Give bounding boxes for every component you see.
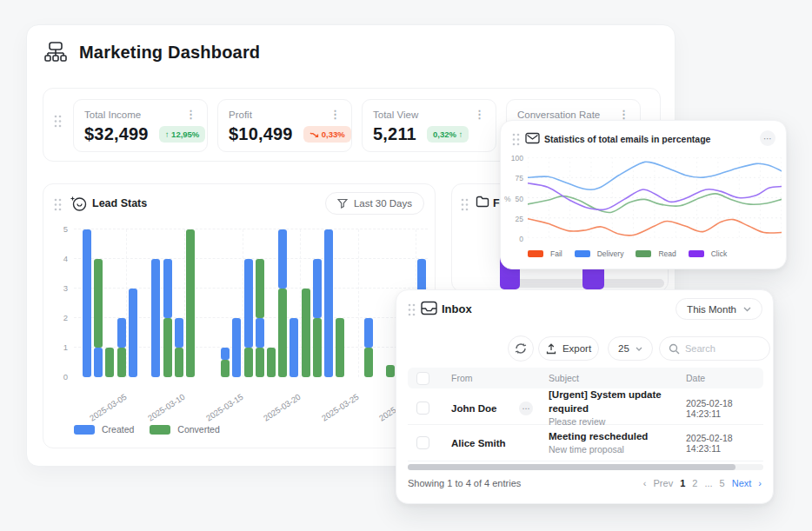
folder-icon [476,196,489,208]
gridline [184,229,185,377]
row-menu-button[interactable]: ⋯ [519,402,533,415]
legend-swatch [575,250,590,257]
row-checkbox[interactable] [416,402,429,415]
stat-card: Total Income⋮$32,499↑ 12,95% [73,99,208,152]
page-button[interactable]: 1 [680,478,685,488]
sender-name: John Doe [451,403,496,414]
bar-segment-created [163,259,172,318]
stat-card-value: $32,499 [84,124,149,144]
drag-handle-icon[interactable] [54,115,62,128]
kebab-menu-icon[interactable]: ⋮ [329,109,341,120]
legend-item-converted[interactable]: Converted [150,424,219,435]
legend-item-read[interactable]: Read [636,249,676,258]
export-icon [546,343,556,355]
bar-segment-created [244,259,253,348]
kebab-menu-icon[interactable]: ⋮ [474,109,485,120]
stat-card-value: $10,499 [229,124,293,144]
search-box [659,336,770,361]
next-chevron-icon[interactable]: › [758,478,762,488]
trend-down-icon [309,131,319,138]
bar-segment-converted [117,348,126,377]
stat-card-title: Total Income [84,110,141,120]
drag-handle-icon[interactable] [512,133,520,146]
table-body: John Doe⋯[Urgent] System update required… [408,388,763,461]
kebab-menu-icon[interactable]: ⋮ [618,109,629,120]
bar-segment-created [290,318,298,377]
bar-segment-converted [313,318,322,377]
stat-card-value-row: $32,499↑ 12,95% [84,124,196,144]
funnel-icon [337,198,348,209]
bar-segment-converted [256,259,264,318]
envelope-icon [525,132,540,144]
stat-card-top: Conversation Rate⋮ [517,109,629,120]
gridline [243,229,243,377]
x-axis-tick: 2025-03-15 [204,392,245,423]
stat-card: Profit⋮$10,4990,33% [217,99,352,152]
bar-segment-converted [278,289,287,377]
horizontal-scrollbar-thumb[interactable] [408,464,735,470]
subject-cell: Meeting rescheduledNew time proposal [542,430,663,456]
email-stats-title: Statistics of total emails in percentage [544,134,710,144]
select-all-checkbox[interactable] [416,372,429,385]
page-button[interactable]: 5 [720,478,725,488]
bar-segment-created [364,318,373,348]
page-button[interactable]: 2 [692,478,697,488]
bar-segment-created [151,259,160,377]
x-axis-tick: 2025-03-05 [88,392,129,423]
legend-item-fail[interactable]: Fail [528,249,562,258]
date-cell: 2025-02-18 14:23:11 [663,433,763,454]
stat-change-text: ↑ 12,95% [165,129,200,139]
drag-handle-icon[interactable] [408,303,416,316]
drag-handle-icon[interactable] [54,198,62,211]
export-button[interactable]: Export [538,336,599,361]
legend-item-created[interactable]: Created [74,424,134,435]
lead-icon [70,194,88,212]
y-axis-tick: 0 [52,372,68,382]
legend-item-delivery[interactable]: Delivery [575,249,624,258]
legend-label: Converted [177,424,219,435]
bar-segment-created [221,348,230,360]
preview-text: Please review [549,415,663,428]
row-checkbox[interactable] [416,436,429,449]
stat-card-value-row: $10,4990,33% [229,124,341,144]
y-axis-tick: 3 [52,283,68,293]
stat-change-badge: ↑ 12,95% [159,126,206,143]
y-axis-tick: 5 [52,224,68,234]
date-filter-button[interactable]: Last 30 Days [325,192,424,215]
next-button[interactable]: Next [732,478,752,488]
search-input[interactable] [685,343,762,354]
kebab-menu-icon[interactable]: ⋮ [185,109,196,120]
subject-text: Meeting rescheduled [549,430,663,444]
bar-segment-created [83,229,91,377]
refresh-button[interactable] [508,335,534,362]
stat-card-top: Profit⋮ [229,109,341,120]
gridline [126,229,127,377]
period-select-button[interactable]: This Month [676,298,762,320]
bar-segment-converted [364,348,373,377]
legend-label: Click [711,249,727,258]
inbox-table: From Subject Date John Doe⋯[Urgent] Syst… [408,368,763,461]
inbox-footer: Showing 1 to 4 of 4 entries ‹Prev12...5N… [408,478,762,488]
legend-swatch [74,425,95,435]
column-header-date: Date [663,373,763,383]
prev-chevron-icon[interactable]: ‹ [643,478,647,488]
horizontal-scrollbar-track[interactable] [408,464,763,470]
chevron-down-icon [636,347,642,351]
y-axis-tick: 1 [52,342,68,352]
bar-segment-created [175,318,183,348]
table-row[interactable]: John Doe⋯[Urgent] System update required… [408,388,763,425]
bar-segment-converted [386,365,395,377]
prev-button[interactable]: Prev [654,478,674,488]
bar-segment-created [232,318,241,377]
stat-change-badge: 0,32% ↑ [427,126,469,143]
date-cell: 2025-02-18 14:23:11 [663,398,763,419]
x-axis-tick: 2025-03-25 [320,392,361,423]
drag-handle-icon[interactable] [461,198,469,211]
table-row[interactable]: Alice SmithMeeting rescheduledNew time p… [408,425,763,461]
export-label: Export [562,343,591,354]
legend-item-click[interactable]: Click [689,249,727,258]
page-size-select[interactable]: 25 [608,336,653,361]
panel-menu-button[interactable]: ⋯ [760,130,775,146]
legend-label: Delivery [597,249,624,258]
subject-text: [Urgent] System update required [549,388,663,415]
